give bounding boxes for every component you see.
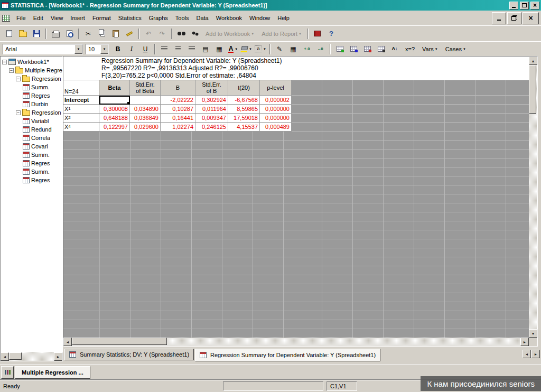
underline-button[interactable]: U — [139, 43, 152, 55]
font-select[interactable]: Arial ▼ — [3, 44, 83, 54]
scroll-up-button[interactable]: ▲ — [529, 57, 537, 65]
scroll-right-button[interactable]: ► — [520, 338, 529, 346]
menu-edit[interactable]: Edit — [30, 13, 47, 23]
menu-format[interactable]: Format — [89, 13, 115, 23]
fill-color-button[interactable]: ▼ — [240, 43, 253, 55]
column-header-b[interactable]: B — [161, 80, 195, 96]
align-right-button[interactable] — [185, 43, 198, 55]
scroll-down-button[interactable]: ▼ — [529, 329, 537, 338]
sheet-horizontal-scrollbar[interactable]: ◄ ► — [63, 338, 529, 346]
cell-x2-beta[interactable]: 0,648188 — [99, 114, 130, 123]
frame-style-button[interactable]: a▼ — [254, 43, 267, 55]
tree-scroll-track[interactable] — [9, 352, 54, 361]
cell-x2-t[interactable]: 17,59018 — [228, 114, 260, 123]
cell-x2-b[interactable]: 0,16441 — [161, 114, 195, 123]
tab-scroll-right-button[interactable]: ► — [531, 350, 540, 358]
cell-intercept-b[interactable]: -2,02222 — [161, 96, 195, 105]
print-button[interactable] — [49, 28, 62, 40]
bold-button[interactable]: B — [111, 43, 124, 55]
add-to-workbook-button[interactable]: Add to Workbook▼ — [202, 28, 257, 40]
font-dropdown-button[interactable]: ▼ — [74, 44, 82, 54]
menu-insert[interactable]: Insert — [67, 13, 89, 23]
tab-scroll-left-button[interactable]: ◄ — [523, 350, 531, 358]
mdi-restore-button[interactable] — [507, 12, 521, 24]
row-header-x2[interactable]: X2 — [63, 114, 99, 123]
electronic-manual-button[interactable] — [311, 28, 324, 40]
cell-x2-stderr-beta[interactable]: 0,036849 — [130, 114, 161, 123]
cell-x1-beta[interactable]: 0,300008 — [99, 105, 130, 114]
cell-intercept-stderr-beta[interactable] — [130, 96, 161, 105]
tree-item-regression-4[interactable]: Regres — [1, 176, 62, 184]
mdi-close-button[interactable]: × — [523, 12, 539, 24]
column-header-stderr-beta[interactable]: Std.Err. of Beta — [130, 80, 161, 96]
tree-item-variables[interactable]: Variabl — [1, 117, 62, 125]
vars-button[interactable]: Vars▼ — [419, 43, 441, 55]
tree-expander-icon[interactable]: − — [9, 68, 14, 73]
increase-decimals-button[interactable]: +.0 — [301, 43, 313, 55]
tree-item-summary-3[interactable]: Summ. — [1, 167, 62, 176]
vertical-scroll-thumb[interactable] — [529, 65, 536, 114]
font-color-button[interactable]: A▼ — [227, 43, 239, 55]
tree-item-regression-summary[interactable]: Regres — [1, 159, 62, 167]
tree-item-summary[interactable]: Summ. — [1, 83, 62, 91]
tree-expander-icon[interactable]: − — [16, 110, 21, 115]
cell-intercept-stderr-b[interactable]: 0,302924 — [195, 96, 228, 105]
wrap-text-button[interactable]: ▤ — [199, 43, 212, 55]
scroll-left-button[interactable]: ◄ — [63, 338, 72, 346]
cell-x1-b[interactable]: 0,10287 — [161, 105, 195, 114]
cell-x2-p[interactable]: 0,000000 — [260, 114, 292, 123]
menu-graphs[interactable]: Graphs — [145, 13, 172, 23]
select-conditions-button[interactable] — [375, 43, 387, 55]
mark-cells-button[interactable] — [361, 43, 374, 55]
new-button[interactable] — [3, 28, 15, 40]
menu-tools[interactable]: Tools — [172, 13, 193, 23]
tree-item-redundancy[interactable]: Redund — [1, 125, 62, 134]
print-preview-button[interactable] — [63, 28, 76, 40]
cell-intercept-p[interactable]: 0,000002 — [260, 96, 292, 105]
row-header-x4[interactable]: X4 — [63, 123, 99, 132]
app-icon[interactable] — [2, 2, 9, 8]
n-cases-cell[interactable]: N=24 — [63, 80, 99, 96]
cell-x1-p[interactable]: 0,000000 — [260, 105, 292, 114]
tree-item-summary-2[interactable]: Summ. — [1, 151, 62, 159]
menu-statistics[interactable]: Statistics — [115, 13, 145, 23]
tree-item-durbin[interactable]: Durbin — [1, 100, 62, 108]
sheet-vertical-scrollbar[interactable]: ▲ ▼ — [529, 57, 537, 338]
workbook-window-icon[interactable] — [2, 15, 10, 22]
row-header-intercept[interactable]: Intercept — [63, 96, 99, 105]
format-cells-button[interactable]: ▦ — [213, 43, 226, 55]
tree-item-correlations[interactable]: Correla — [1, 134, 62, 142]
cell-x4-p[interactable]: 0,000489 — [260, 123, 292, 132]
tree-item-regression-1[interactable]: −Regression — [1, 74, 62, 83]
cell-x1-t[interactable]: 8,59865 — [228, 105, 260, 114]
tree-item-workbook1[interactable]: −Workbook1* — [1, 58, 62, 66]
spreadsheet[interactable]: Regression Summary for Dependent Variabl… — [63, 57, 529, 338]
italic-button[interactable]: I — [125, 43, 138, 55]
scroll-right-button[interactable]: ► — [54, 352, 62, 361]
menu-workbook[interactable]: Workbook — [212, 13, 246, 23]
window-close-button[interactable]: × — [530, 2, 539, 10]
decrease-decimals-button[interactable]: -.0 — [314, 43, 327, 55]
find-button[interactable] — [175, 28, 188, 40]
menu-help[interactable]: Help — [274, 13, 293, 23]
font-size-dropdown-button[interactable]: ▼ — [100, 44, 108, 54]
cell-x4-stderr-b[interactable]: 0,246125 — [195, 123, 228, 132]
sort-button[interactable]: A↓ — [388, 43, 401, 55]
open-button[interactable] — [16, 28, 29, 40]
paste-button[interactable] — [109, 28, 122, 40]
menu-data[interactable]: Data — [193, 13, 212, 23]
format-painter-button[interactable] — [123, 28, 136, 40]
cases-button[interactable]: Cases▼ — [442, 43, 469, 55]
horizontal-scroll-thumb[interactable] — [72, 338, 167, 345]
cell-x1-stderr-b[interactable]: 0,011964 — [195, 105, 228, 114]
cell-x1-stderr-beta[interactable]: 0,034890 — [130, 105, 161, 114]
cut-button[interactable]: ✂ — [82, 28, 95, 40]
horizontal-scroll-track[interactable] — [72, 338, 520, 346]
cell-intercept-beta[interactable] — [99, 96, 130, 105]
gridlines-button[interactable]: ▦ — [287, 43, 300, 55]
tree-item-regression-results[interactable]: Regres — [1, 91, 62, 100]
cell-intercept-t[interactable]: -6,67568 — [228, 96, 260, 105]
doc-tab-regression-summary[interactable]: Regression Summary for Dependent Variabl… — [195, 349, 380, 361]
menu-view[interactable]: View — [47, 13, 67, 23]
graphs-of-block-button[interactable] — [347, 43, 360, 55]
